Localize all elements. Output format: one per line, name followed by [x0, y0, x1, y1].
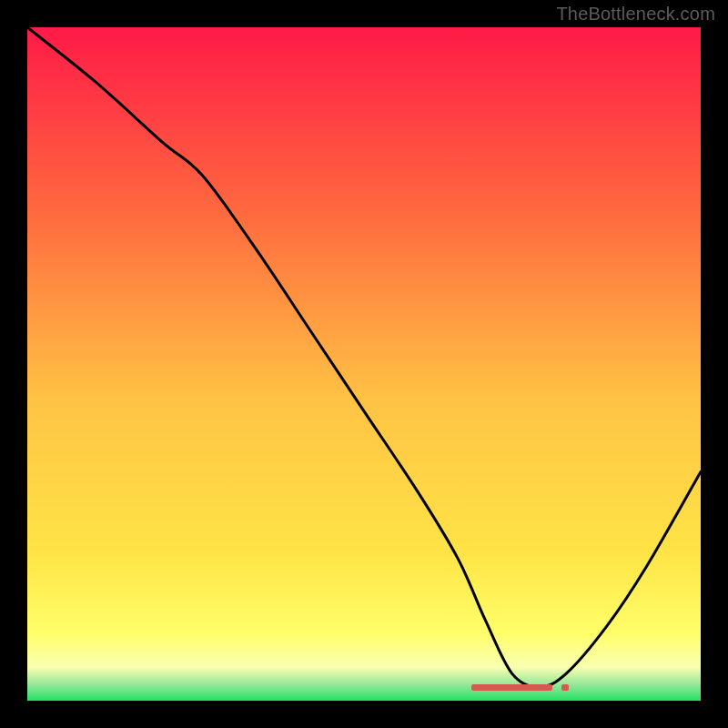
chart-area [27, 27, 701, 701]
bottleneck-curve [27, 27, 701, 701]
optimal-marker-bar [471, 684, 552, 691]
watermark-text: TheBottleneck.com [556, 4, 715, 25]
optimal-marker-dot [561, 684, 569, 691]
